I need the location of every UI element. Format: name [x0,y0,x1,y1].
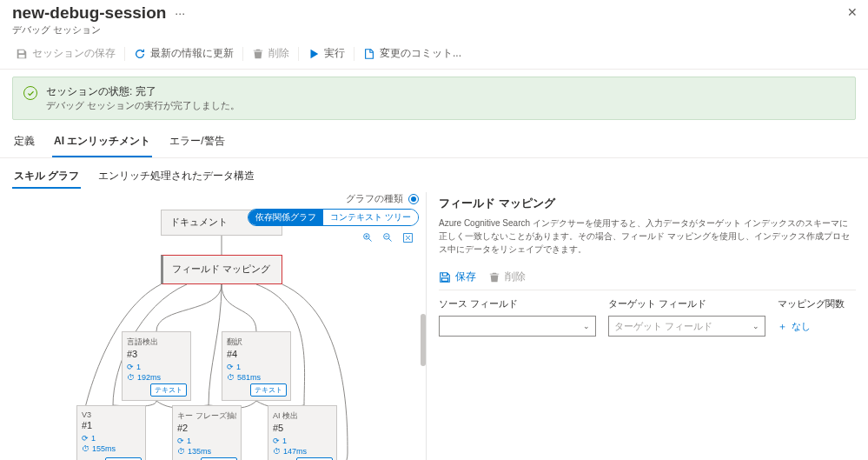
graph-scrollbar[interactable] [421,314,426,366]
zoom-out-icon[interactable] [382,232,394,243]
commit-label: 変更のコミット... [380,46,461,61]
commit-button[interactable]: 変更のコミット... [360,43,465,63]
pill-dependency[interactable]: 依存関係グラフ [248,210,323,225]
sub-tabs: スキル グラフ エンリッチ処理されたデータ構造 [0,158,868,192]
graph-type-label: グラフの種類 [346,192,403,205]
tab-ai-enrichment[interactable]: AI エンリッチメント [52,127,152,157]
skill-count: ⟳ 1 [227,363,286,371]
zoom-in-icon[interactable] [362,232,374,243]
source-field-dropdown[interactable]: ⌄ [439,316,596,337]
banner-title: セッションの状態: 完了 [46,84,240,99]
col-source: ソース フィールド [439,297,596,310]
refresh-label: 最新の情報に更新 [150,46,234,61]
skill-node-4[interactable]: 翻訳 #4 ⟳ 1 ⏱ 581ms テキスト [222,331,291,401]
column-headers: ソース フィールド ターゲット フィールド マッピング関数 [439,297,856,310]
panel-delete-button[interactable]: 削除 [488,270,526,284]
page-subtitle: デバッグ セッション [12,23,856,37]
save-icon [16,48,28,60]
delete-label: 削除 [268,46,289,61]
skill-title: 言語検出 [127,337,186,348]
node-field-mapping[interactable]: フィールド マッピング [161,255,282,284]
play-icon [308,48,320,60]
skill-title: キー フレーズ抽出 [177,410,236,422]
details-panel: フィールド マッピング Azure Cognitive Search インデクサ… [426,192,868,460]
skill-badge-text[interactable]: テキスト [150,383,187,397]
tab-definition[interactable]: 定義 [12,127,36,157]
skill-time: ⏱ 147ms [273,447,332,456]
save-session-label: セッションの保存 [32,46,116,61]
tab-errors[interactable]: エラー/警告 [168,127,226,157]
save-session-button[interactable]: セッションの保存 [12,43,119,63]
col-func: マッピング関数 [778,297,856,310]
target-field-dropdown[interactable]: ターゲット フィールド⌄ [608,316,765,337]
banner-subtitle: デバッグ セッションの実行が完了しました。 [46,99,240,112]
more-menu-icon[interactable]: ··· [175,6,185,20]
skill-count: ⟳ 1 [127,363,186,371]
skill-node-2[interactable]: キー フレーズ抽出 #2 ⟳ 1 ⏱ 135ms テキスト [172,405,242,460]
panel-save-label: 保存 [455,270,476,284]
delete-button[interactable]: 削除 [248,43,293,63]
main-tabs: 定義 AI エンリッチメント エラー/警告 [0,127,868,158]
refresh-icon [134,48,146,60]
skill-number: #1 [82,420,141,430]
trash-icon [252,48,264,60]
skill-time: ⏱ 192ms [127,373,186,382]
skill-count: ⟳ 1 [273,437,332,445]
add-mapping-button[interactable]: ＋なし [778,320,856,333]
skill-count: ⟳ 1 [82,434,141,443]
skill-title: 翻訳 [227,337,286,348]
col-target: ターゲット フィールド [608,297,765,310]
panel-delete-label: 削除 [505,270,526,284]
panel-save-button[interactable]: 保存 [439,270,476,284]
plus-icon: ＋ [778,320,787,333]
panel-actions: 保存 削除 [439,264,856,290]
toolbar: セッションの保存 最新の情報に更新 削除 実行 変更のコミット... [0,38,868,70]
panel-title: フィールド マッピング [439,196,856,211]
skill-time: ⏱ 135ms [177,447,236,456]
skill-badge-text[interactable]: テキスト [250,383,287,397]
panel-description: Azure Cognitive Search インデクサーを使用すると、入力デー… [439,217,856,256]
save-icon [439,271,451,283]
graph-controls: グラフの種類 依存関係グラフ コンテキスト ツリー [248,192,419,243]
skill-title: V3 [82,410,141,419]
skill-title: AI 検出 [273,410,332,422]
skill-number: #3 [127,349,186,359]
main-content: グラフの種類 依存関係グラフ コンテキスト ツリー [0,192,868,460]
skill-time: ⏱ 581ms [227,373,286,382]
skill-number: #4 [227,349,286,359]
subtab-enriched-data[interactable]: エンリッチ処理されたデータ構造 [96,165,256,189]
success-check-icon [23,86,37,100]
skill-node-3[interactable]: 言語検出 #3 ⟳ 1 ⏱ 192ms テキスト [122,331,191,401]
commit-icon [363,48,375,60]
subtab-skill-graph[interactable]: スキル グラフ [12,165,81,189]
close-icon[interactable]: ✕ [847,5,858,19]
toolbar-divider [298,47,299,61]
skill-number: #5 [273,423,332,433]
page-header: new-debug-session ··· デバッグ セッション [0,0,868,38]
trash-icon [488,271,500,283]
skill-node-5[interactable]: AI 検出 #5 ⟳ 1 ⏱ 147ms テキスト [268,405,337,460]
skill-node-1[interactable]: V3 #1 ⟳ 1 ⏱ 155ms テキスト [76,405,146,460]
refresh-button[interactable]: 最新の情報に更新 [130,43,237,63]
chevron-down-icon: ⌄ [752,322,759,330]
mapping-row: ⌄ ターゲット フィールド⌄ ＋なし [439,316,856,337]
chevron-down-icon: ⌄ [583,322,590,330]
skill-time: ⏱ 155ms [82,444,141,453]
pill-context-tree[interactable]: コンテキスト ツリー [323,210,418,225]
graph-type-radio[interactable] [408,194,419,204]
status-banner: セッションの状態: 完了 デバッグ セッションの実行が完了しました。 [12,77,856,120]
skill-number: #2 [177,423,236,433]
zoom-fit-icon[interactable] [402,232,414,243]
add-none-label: なし [792,320,811,333]
page-title: new-debug-session [12,3,166,23]
target-placeholder: ターゲット フィールド [614,320,712,333]
run-label: 実行 [324,46,345,61]
zoom-tools [362,232,419,243]
toolbar-divider [354,47,354,61]
run-button[interactable]: 実行 [304,43,348,63]
graph-pane: グラフの種類 依存関係グラフ コンテキスト ツリー [0,192,426,460]
skill-count: ⟳ 1 [177,437,236,445]
graph-type-toggle: 依存関係グラフ コンテキスト ツリー [248,209,419,226]
toolbar-divider [124,47,125,61]
toolbar-divider [242,47,243,61]
